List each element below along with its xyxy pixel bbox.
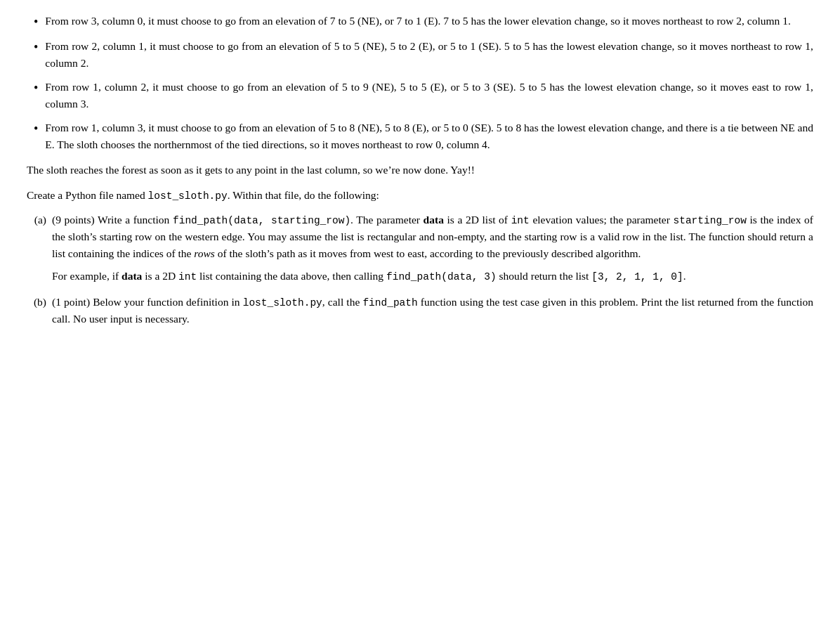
bullet-dot: • [34,79,38,97]
bullet-list: •From row 3, column 0, it must choose to… [27,13,813,153]
bullet-item: •From row 1, column 3, it must choose to… [27,119,813,153]
bullet-item: •From row 1, column 2, it must choose to… [27,79,813,112]
bullet-dot: • [34,38,38,56]
bullet-text: From row 2, column 1, it must choose to … [45,38,813,72]
bullet-dot: • [34,119,38,138]
bullet-item: •From row 3, column 0, it must choose to… [27,13,813,31]
letter-paragraph: For example, if data is a 2D int list co… [52,268,813,285]
filename-code: lost_sloth.py [148,190,228,202]
bullet-text: From row 1, column 3, it must choose to … [45,119,813,153]
letter-paragraph: (1 point) Below your function definition… [52,294,813,327]
lettered-item: (a)(9 points) Write a function find_path… [27,212,813,285]
bullet-text: From row 3, column 0, it must choose to … [45,13,813,30]
letter-content: (1 point) Below your function definition… [52,294,813,327]
create-intro-paragraph: Create a Python file named lost_sloth.py… [27,187,813,204]
bullet-dot: • [34,13,38,31]
letter-label: (a) [27,212,52,228]
letter-content: (9 points) Write a function find_path(da… [52,212,813,285]
letter-paragraph: (9 points) Write a function find_path(da… [52,212,813,263]
lettered-list: (a)(9 points) Write a function find_path… [27,212,813,327]
letter-label: (b) [27,294,52,311]
lettered-item: (b)(1 point) Below your function definit… [27,294,813,327]
bullet-item: •From row 2, column 1, it must choose to… [27,38,813,72]
bullet-text: From row 1, column 2, it must choose to … [45,79,813,112]
conclusion-paragraph: The sloth reaches the forest as soon as … [27,162,813,178]
